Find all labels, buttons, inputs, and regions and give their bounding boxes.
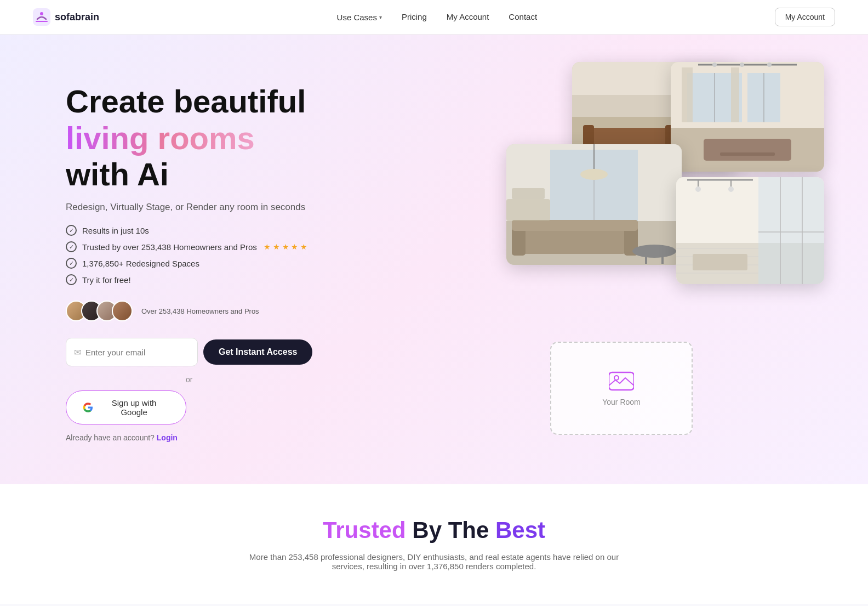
hero-title-line3: with Ai: [66, 157, 312, 192]
logo[interactable]: sofabrain: [33, 8, 99, 26]
trusted-title-part3: Best: [495, 517, 545, 543]
svg-rect-25: [704, 139, 791, 161]
svg-point-29: [740, 63, 744, 67]
svg-point-28: [712, 63, 717, 67]
svg-rect-45: [506, 199, 550, 221]
avatar-group: [66, 301, 127, 321]
hero-title-line1: Create beautiful: [66, 84, 312, 119]
email-input[interactable]: [85, 348, 190, 357]
star-rating: ★ ★ ★ ★ ★: [264, 242, 308, 251]
svg-point-44: [580, 169, 608, 180]
feature-item: ✓ Trusted by over 253,438 Homeowners and…: [66, 241, 312, 252]
feature-item: ✓ Results in just 10s: [66, 225, 312, 236]
room-svg-2: [671, 62, 824, 172]
feature-text-1: Results in just 10s: [82, 226, 149, 235]
your-room-label: Your Room: [602, 398, 641, 406]
hero-section: Create beautiful living rooms with Ai Re…: [0, 35, 868, 484]
check-icon-4: ✓: [66, 274, 77, 285]
feature-item: ✓ 1,376,850+ Redesigned Spaces: [66, 258, 312, 269]
room-image-4: [676, 177, 824, 284]
google-signup-label: Sign up with Google: [99, 398, 169, 417]
trusted-subtitle: More than 253,458 professional designers…: [242, 552, 626, 571]
trusted-section: Trusted By The Best More than 253,458 pr…: [0, 484, 868, 604]
hero-right: Your Room: [506, 62, 824, 435]
email-input-wrapper: ✉: [66, 338, 198, 366]
avatar: [112, 301, 133, 321]
hero-features-list: ✓ Results in just 10s ✓ Trusted by over …: [66, 225, 312, 285]
svg-rect-58: [693, 254, 747, 270]
svg-rect-50: [758, 177, 824, 284]
google-icon: [83, 402, 93, 413]
check-icon-1: ✓: [66, 225, 77, 236]
feature-text-2: Trusted by over 253,438 Homeowners and P…: [82, 242, 257, 252]
room-upload-placeholder[interactable]: Your Room: [550, 342, 693, 435]
check-icon-2: ✓: [66, 241, 77, 252]
login-prompt-text: Already have an account?: [66, 433, 155, 442]
nav-pricing[interactable]: Pricing: [402, 12, 427, 21]
svg-rect-26: [720, 152, 775, 156]
svg-point-30: [767, 63, 772, 67]
or-divider: or: [66, 375, 312, 384]
room-svg-4: [676, 177, 824, 284]
svg-rect-24: [731, 67, 739, 122]
logo-icon: [33, 8, 50, 26]
trusted-title-part2: By The: [406, 517, 495, 543]
social-proof: Over 253,438 Homeowners and Pros: [66, 301, 312, 321]
nav-use-cases[interactable]: Use Cases ▾: [337, 13, 382, 22]
google-signup-button[interactable]: Sign up with Google: [66, 390, 186, 424]
nav-links: Use Cases ▾ Pricing My Account Contact: [337, 12, 537, 22]
envelope-icon: ✉: [74, 347, 81, 358]
svg-point-65: [614, 376, 619, 380]
trusted-title-part1: Trusted: [323, 517, 406, 543]
hero-left: Create beautiful living rooms with Ai Re…: [66, 67, 312, 442]
nav-contact[interactable]: Contact: [509, 12, 537, 21]
room-image-2: [671, 62, 824, 172]
svg-point-61: [695, 186, 701, 192]
hero-subtitle: Redesign, Virtually Stage, or Render any…: [66, 202, 312, 213]
svg-point-1: [40, 12, 43, 15]
social-proof-text: Over 253,438 Homeowners and Pros: [141, 307, 259, 315]
check-icon-3: ✓: [66, 258, 77, 269]
get-instant-access-button[interactable]: Get Instant Access: [203, 339, 312, 365]
trusted-title: Trusted By The Best: [44, 517, 824, 543]
feature-item: ✓ Try it for free!: [66, 274, 312, 285]
image-upload-icon: [609, 370, 634, 392]
svg-point-63: [728, 186, 734, 192]
login-link[interactable]: Login: [157, 433, 178, 442]
hero-title-line2: living rooms: [66, 120, 255, 156]
login-prompt: Already have an account? Login: [66, 433, 312, 442]
navbar: sofabrain Use Cases ▾ Pricing My Account…: [0, 0, 868, 35]
chevron-down-icon: ▾: [379, 14, 382, 20]
account-button[interactable]: My Account: [775, 8, 835, 26]
nav-my-account[interactable]: My Account: [447, 12, 489, 21]
svg-rect-23: [682, 67, 693, 122]
feature-text-4: Try it for free!: [82, 275, 131, 285]
email-form: ✉ Get Instant Access: [66, 338, 312, 366]
feature-text-3: 1,376,850+ Redesigned Spaces: [82, 259, 199, 268]
room-svg-3: [506, 144, 682, 265]
room-image-3: [506, 144, 682, 265]
svg-point-40: [632, 245, 676, 258]
svg-rect-39: [512, 220, 638, 231]
svg-rect-46: [512, 188, 545, 199]
brand-name: sofabrain: [55, 12, 99, 23]
